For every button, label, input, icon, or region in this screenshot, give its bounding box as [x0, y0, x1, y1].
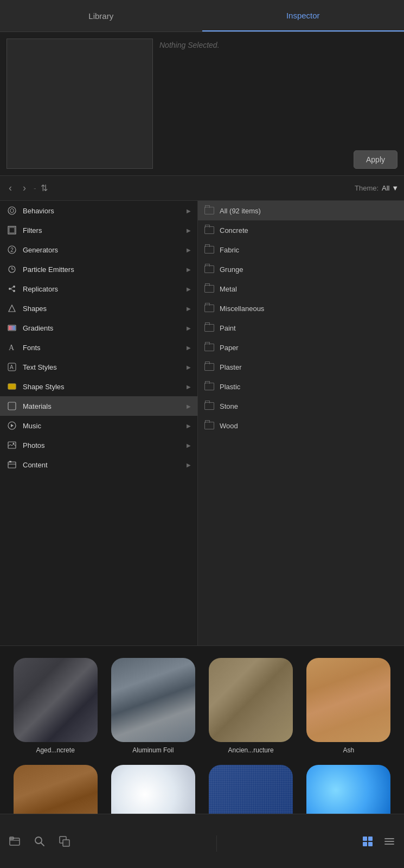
category-item-paint[interactable]: Paint — [198, 318, 404, 338]
category-panel: All (92 items) Concrete Fabric Grunge Me… — [198, 201, 404, 645]
materials-label: Materials — [23, 402, 187, 410]
filters-icon — [7, 225, 17, 236]
material-aged-concrete[interactable]: Aged...ncrete — [7, 652, 104, 759]
category-item-stone[interactable]: Stone — [198, 396, 404, 416]
generators-label: Generators — [23, 246, 187, 254]
fonts-label: Fonts — [23, 344, 187, 352]
shapes-label: Shapes — [23, 305, 187, 313]
sidebar-item-music[interactable]: Music ▶ — [0, 416, 197, 435]
category-item-miscellaneous[interactable]: Miscellaneous — [198, 299, 404, 318]
sidebar-item-photos[interactable]: Photos ▶ — [0, 435, 197, 455]
sidebar-item-replicators[interactable]: Replicators ▶ — [0, 279, 197, 299]
category-item-concrete[interactable]: Concrete — [198, 220, 404, 240]
svg-text:A: A — [10, 364, 14, 370]
folder-icon-wood — [204, 422, 214, 429]
materials-icon — [7, 401, 17, 411]
category-item-paper[interactable]: Paper — [198, 338, 404, 357]
category-item-plastic[interactable]: Plastic — [198, 377, 404, 396]
folder-icon-all — [204, 207, 214, 214]
svg-rect-23 — [8, 462, 16, 468]
particle-emitters-arrow: ▶ — [187, 267, 191, 273]
sidebar-item-content[interactable]: Content ▶ — [0, 455, 197, 474]
filters-arrow: ▶ — [187, 227, 191, 233]
material-ancient-structure[interactable]: Ancien...ructure — [202, 652, 300, 759]
sidebar-item-behaviors[interactable]: Behaviors ▶ — [0, 201, 197, 220]
bottom-right-tools — [363, 835, 395, 847]
search-button[interactable] — [34, 835, 46, 847]
folder-icon-stone — [204, 402, 214, 410]
sidebar-item-shape-styles[interactable]: Shape Styles ▶ — [0, 377, 197, 396]
svg-rect-2 — [9, 227, 15, 233]
category-item-fabric[interactable]: Fabric — [198, 240, 404, 259]
particle-emitters-label: Particle Emitters — [23, 265, 187, 274]
folder-icon-metal — [204, 285, 214, 293]
material-ash[interactable]: Ash — [300, 652, 397, 759]
main-content: Behaviors ▶ Filters ▶ 2 Generators ▶ Par… — [0, 201, 404, 646]
folder-icon — [9, 835, 21, 847]
category-item-wood[interactable]: Wood — [198, 416, 404, 435]
material-thumb-aluminum-foil — [111, 658, 195, 742]
grid-icon — [363, 837, 373, 846]
generators-arrow: ▶ — [187, 247, 191, 253]
category-label-fabric: Fabric — [220, 246, 239, 254]
photos-label: Photos — [23, 441, 187, 449]
particle-emitters-icon — [7, 264, 17, 275]
svg-point-6 — [9, 288, 11, 290]
tab-inspector[interactable]: Inspector — [202, 0, 405, 31]
music-arrow: ▶ — [187, 423, 191, 429]
sidebar-item-generators[interactable]: 2 Generators ▶ — [0, 240, 197, 259]
shape-styles-label: Shape Styles — [23, 383, 187, 391]
nav-back-button[interactable]: ‹ — [5, 181, 15, 195]
material-aluminum-foil[interactable]: Aluminum Foil — [104, 652, 202, 759]
behaviors-icon — [7, 205, 17, 216]
replicators-arrow: ▶ — [187, 286, 191, 292]
toolbar-divider — [216, 835, 217, 852]
music-label: Music — [23, 422, 187, 430]
nav-forward-button[interactable]: › — [20, 181, 29, 195]
category-item-all[interactable]: All (92 items) — [198, 201, 404, 220]
bottom-toolbar — [0, 814, 404, 868]
content-arrow: ▶ — [187, 462, 191, 468]
svg-text:A: A — [9, 344, 15, 352]
text-styles-arrow: ▶ — [187, 364, 191, 370]
folder-button[interactable] — [9, 835, 21, 847]
apply-button[interactable]: Apply — [354, 150, 397, 169]
folder-icon-plaster — [204, 363, 214, 371]
category-label-paint: Paint — [220, 324, 236, 332]
sidebar-item-fonts[interactable]: A Fonts ▶ — [0, 338, 197, 357]
sidebar-item-shapes[interactable]: Shapes ▶ — [0, 299, 197, 318]
grid-view-button[interactable] — [363, 837, 373, 846]
category-label-miscellaneous: Miscellaneous — [220, 305, 264, 313]
folder-icon-miscellaneous — [204, 305, 214, 312]
behaviors-label: Behaviors — [23, 207, 187, 215]
theme-dropdown[interactable]: All ▼ — [382, 184, 399, 192]
category-label-metal: Metal — [220, 285, 237, 293]
sidebar-item-text-styles[interactable]: A Text Styles ▶ — [0, 357, 197, 377]
sidebar-item-filters[interactable]: Filters ▶ — [0, 220, 197, 240]
behaviors-arrow: ▶ — [187, 208, 191, 214]
category-item-plaster[interactable]: Plaster — [198, 357, 404, 377]
shapes-arrow: ▶ — [187, 306, 191, 312]
gradients-icon — [7, 322, 17, 333]
category-label-concrete: Concrete — [220, 226, 248, 235]
folder-icon-plastic — [204, 383, 214, 390]
category-label-paper: Paper — [220, 344, 239, 352]
sidebar-item-gradients[interactable]: Gradients ▶ — [0, 318, 197, 338]
sort-button[interactable]: ⇅ — [41, 183, 48, 193]
fonts-icon: A — [7, 342, 17, 353]
layers-button[interactable] — [59, 835, 70, 847]
sidebar-item-materials[interactable]: Materials ▶ — [0, 396, 197, 416]
tab-library[interactable]: Library — [0, 0, 202, 31]
category-label-plastic: Plastic — [220, 383, 240, 391]
menu-button[interactable] — [383, 835, 395, 847]
material-name-ash: Ash — [343, 746, 355, 754]
svg-point-22 — [13, 443, 15, 445]
category-item-grunge[interactable]: Grunge — [198, 259, 404, 279]
theme-label: Theme: — [355, 184, 379, 192]
category-label-grunge: Grunge — [220, 265, 243, 274]
svg-rect-17 — [8, 384, 16, 389]
toolbar-row: ‹ › - ⇅ Theme: All ▼ — [0, 176, 404, 201]
sidebar-item-particle-emitters[interactable]: Particle Emitters ▶ — [0, 259, 197, 279]
bottom-left-tools — [9, 835, 70, 847]
category-item-metal[interactable]: Metal — [198, 279, 404, 299]
